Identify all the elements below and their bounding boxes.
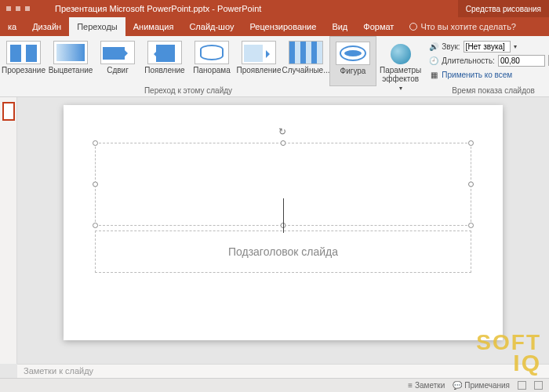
sorter-view-icon[interactable] — [534, 381, 543, 390]
undo-icon[interactable] — [16, 6, 20, 11]
transition-panorama[interactable]: Панорама — [188, 36, 235, 86]
title-placeholder[interactable] — [95, 143, 471, 226]
cut-icon — [6, 41, 41, 64]
subtitle-placeholder[interactable]: Подзаголовок слайда — [95, 230, 471, 273]
tell-me-placeholder: Что вы хотите сделать? — [420, 22, 516, 31]
resize-handle[interactable] — [93, 140, 98, 146]
resize-handle[interactable] — [468, 182, 474, 187]
notes-icon: ≡ — [408, 381, 413, 390]
tab-view[interactable]: Вид — [324, 17, 355, 36]
chevron-down-icon: ▾ — [399, 85, 402, 92]
random-icon — [289, 41, 323, 64]
ribbon: Прорезание Выцветание Сдвиг Появление Па… — [0, 36, 549, 97]
slide-thumbnail-1[interactable] — [2, 102, 15, 121]
duration-input[interactable] — [498, 55, 545, 67]
title-bar: Презентация Microsoft PowerPoint.pptx - … — [0, 0, 549, 17]
ribbon-tabs: ка Дизайн Переходы Анимация Слайд-шоу Ре… — [0, 17, 549, 36]
transition-random[interactable]: Случайные... — [282, 36, 329, 86]
transition-reveal[interactable]: Проявление — [235, 36, 282, 86]
tell-me-search[interactable]: Что вы хотите сделать? — [402, 17, 524, 36]
slide-editor[interactable]: Подзаголовок слайда — [17, 97, 549, 364]
comments-toggle[interactable]: 💬Примечания — [453, 381, 510, 390]
effect-options-icon — [391, 44, 411, 64]
tab-slideshow[interactable]: Слайд-шоу — [181, 17, 242, 36]
sound-dropdown[interactable] — [464, 41, 511, 53]
effect-options-button[interactable]: Параметры эффектов ▾ — [380, 36, 421, 96]
transition-push[interactable]: Сдвиг — [94, 36, 141, 86]
contextual-tab-drawing-tools[interactable]: Средства рисования — [458, 0, 549, 17]
transition-fade[interactable]: Выцветание — [47, 36, 94, 86]
panorama-icon — [195, 41, 229, 64]
group-label-transitions: Переход к этому слайду — [0, 86, 376, 96]
slide-canvas[interactable]: Подзаголовок слайда — [64, 105, 503, 340]
group-label-timing: Время показа слайдов — [424, 86, 549, 96]
resize-handle[interactable] — [93, 223, 98, 228]
transition-shape[interactable]: Фигура — [329, 36, 376, 86]
workspace: Подзаголовок слайда — [0, 97, 549, 364]
apply-to-all-button[interactable]: Применить ко всем — [442, 71, 512, 79]
apply-all-icon: ▦ — [429, 70, 438, 79]
lightbulb-icon — [409, 23, 417, 31]
subtitle-text: Подзаголовок слайда — [228, 245, 338, 258]
clock-icon: 🕘 — [429, 56, 438, 65]
comments-icon: 💬 — [453, 381, 462, 390]
normal-view-icon[interactable] — [518, 381, 526, 390]
tab-format[interactable]: Формат — [355, 17, 402, 36]
resize-handle[interactable] — [468, 140, 474, 146]
tab-transitions[interactable]: Переходы — [69, 17, 125, 36]
shape-icon — [336, 42, 370, 65]
transition-cut[interactable]: Прорезание — [0, 36, 47, 86]
slide-thumbnail-panel[interactable] — [0, 97, 17, 364]
status-bar: ≡Заметки 💬Примечания — [0, 378, 549, 392]
resize-handle[interactable] — [281, 140, 286, 146]
resize-handle[interactable] — [468, 223, 474, 228]
sound-icon: 🔊 — [429, 42, 438, 51]
quick-access[interactable] — [0, 6, 36, 11]
tab-review[interactable]: Рецензирование — [242, 17, 324, 36]
redo-icon[interactable] — [25, 6, 30, 11]
tab-design[interactable]: Дизайн — [24, 17, 69, 36]
window-title: Презентация Microsoft PowerPoint.pptx - … — [36, 4, 261, 13]
save-icon[interactable] — [6, 6, 11, 11]
fade-icon — [53, 41, 88, 64]
sound-label: Звук: — [442, 42, 460, 51]
notes-pane[interactable]: Заметки к слайду — [17, 364, 549, 378]
duration-label: Длительность: — [442, 56, 495, 65]
resize-handle[interactable] — [93, 182, 98, 187]
tab-home-partial[interactable]: ка — [0, 17, 24, 36]
push-icon — [100, 41, 135, 64]
chevron-down-icon[interactable]: ▾ — [514, 43, 517, 50]
tab-animations[interactable]: Анимация — [125, 17, 182, 36]
transition-appear[interactable]: Появление — [141, 36, 188, 86]
reveal-icon — [242, 41, 276, 64]
notes-toggle[interactable]: ≡Заметки — [408, 381, 445, 390]
rotate-handle-icon[interactable] — [278, 126, 288, 136]
appear-icon — [147, 41, 182, 64]
text-cursor — [283, 198, 284, 233]
